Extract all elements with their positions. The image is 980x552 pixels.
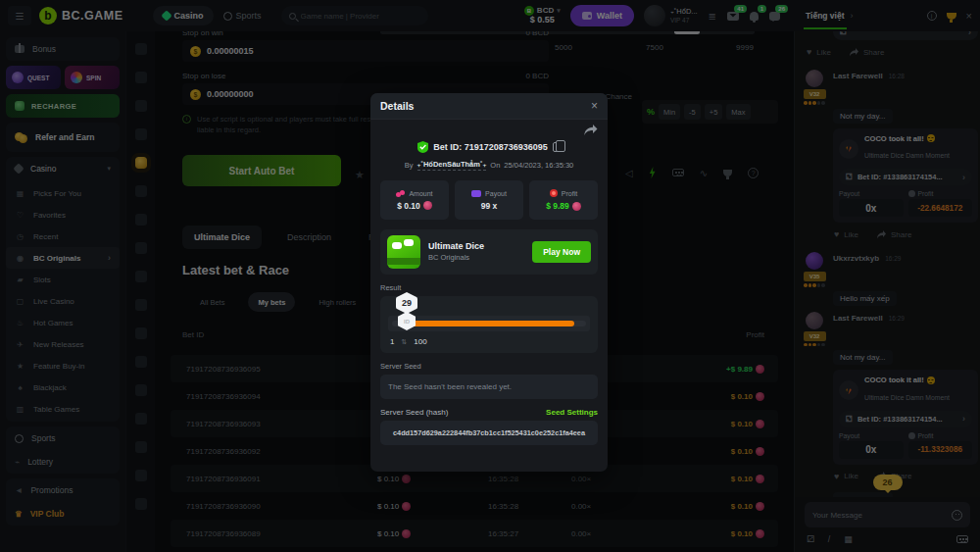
swap-arrows-icon: ⇅ [401, 338, 407, 346]
seed-settings-link[interactable]: Seed Settings [546, 408, 598, 417]
result-value-badge: 29 [396, 292, 417, 314]
result-slider: ID 29 1 ⇅ 100 [380, 296, 598, 353]
verified-shield-icon [417, 141, 428, 153]
profit-stat: Profit $ 9.89 [529, 180, 598, 220]
bet-details-modal: Details × Bet ID: 71917208736936095 By ₊… [370, 93, 608, 472]
payout-stat: Payout 99 x [455, 180, 523, 220]
result-fill-bar [410, 321, 574, 326]
server-seed-hash-label: Server Seed (hash) [380, 408, 448, 417]
server-seed-hash-value: c4dd157d629a222844fb37cb1cc1f525431c0e25… [380, 421, 598, 445]
game-provider: BC Originals [428, 253, 484, 264]
on-label: On [490, 161, 500, 170]
game-card: Ultimate Dice BC Originals Play Now [380, 229, 598, 275]
player-name[interactable]: ₊˚HổDenSâuThẳm˚₊ [417, 160, 487, 171]
share-icon[interactable] [583, 124, 598, 136]
coin-icon [423, 201, 432, 210]
result-label: Result [380, 283, 598, 292]
ultimate-dice-game-icon[interactable] [387, 235, 420, 269]
copy-icon[interactable] [553, 142, 561, 152]
bet-datetime: 25/04/2023, 16:35:30 [504, 161, 573, 170]
amount-stat: Amount $ 0.10 [380, 180, 449, 220]
amount-icon [396, 190, 405, 197]
play-now-button[interactable]: Play Now [532, 241, 591, 263]
profit-icon [550, 189, 558, 197]
coin-icon [572, 202, 581, 211]
game-title: Ultimate Dice [428, 240, 484, 253]
by-label: By [405, 161, 414, 170]
range-max: 100 [414, 337, 426, 346]
modal-close-icon[interactable]: × [591, 99, 598, 113]
server-seed-label: Server Seed [380, 362, 598, 371]
range-min: 1 [390, 337, 394, 346]
server-seed-box: The Seed hasn't been revealed yet. [380, 375, 598, 399]
result-track [388, 316, 590, 331]
bet-id-value: Bet ID: 71917208736936095 [433, 142, 548, 152]
modal-title: Details [380, 100, 414, 112]
payout-icon [471, 190, 481, 197]
